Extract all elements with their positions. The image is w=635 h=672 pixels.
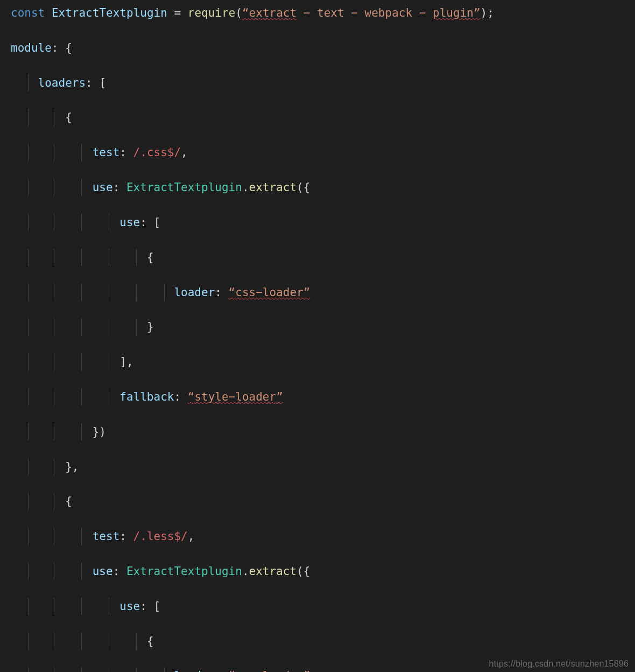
code-line: { — [11, 249, 635, 266]
code-editor[interactable]: const ExtractTextplugin = require(“extra… — [0, 0, 635, 672]
regex-literal: /.css$/ — [133, 146, 181, 159]
code-line: use: [ — [11, 214, 635, 231]
string-literal-error: “ — [229, 669, 236, 672]
regex-literal: /.less$/ — [133, 530, 188, 543]
string-literal-error: “ — [188, 390, 195, 403]
code-line: loader: “css−loader” — [11, 284, 635, 301]
identifier: ExtractTextplugin — [52, 6, 167, 19]
code-line: use: [ — [11, 598, 635, 615]
code-line: const ExtractTextplugin = require(“extra… — [11, 4, 635, 22]
code-line: test: /.css$/, — [11, 144, 635, 161]
code-line: ], — [11, 353, 635, 370]
code-line: { — [11, 633, 635, 650]
code-line: } — [11, 318, 635, 335]
code-line: }, — [11, 458, 635, 475]
code-line: fallback: “style−loader” — [11, 388, 635, 405]
code-line: use: ExtractTextplugin.extract({ — [11, 563, 635, 580]
string-literal-error: “ — [229, 286, 236, 299]
code-line: use: ExtractTextplugin.extract({ — [11, 179, 635, 196]
code-line: }) — [11, 423, 635, 440]
keyword-const: const — [11, 6, 45, 19]
code-line: test: /.less$/, — [11, 528, 635, 545]
code-line: { — [11, 493, 635, 510]
class-name: ExtractTextplugin — [126, 181, 242, 194]
code-line: module: { — [11, 39, 635, 57]
string-literal-error: “ — [242, 6, 249, 19]
code-line: loaders: [ — [11, 74, 635, 92]
function-call: require — [188, 6, 236, 19]
code-line: { — [11, 109, 635, 126]
watermark-text: https://blog.csdn.net/sunzhen15896 — [489, 659, 629, 669]
